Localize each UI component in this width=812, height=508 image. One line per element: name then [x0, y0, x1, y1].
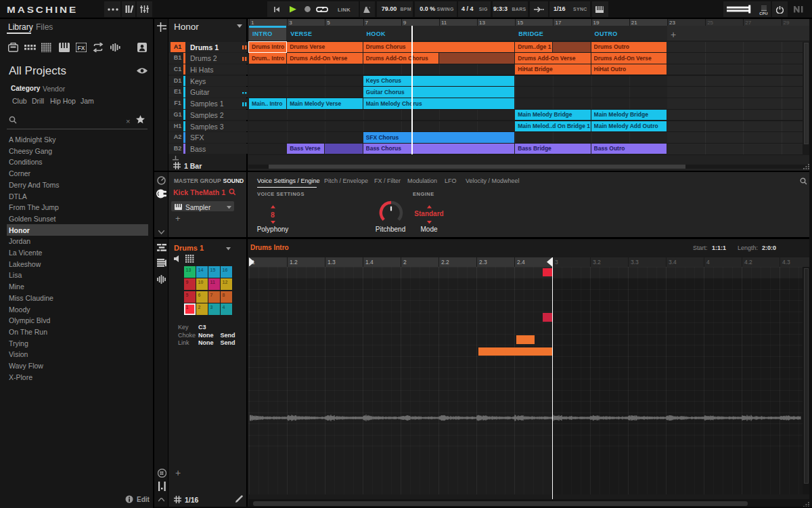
- svg-text:FX: FX: [78, 45, 85, 51]
